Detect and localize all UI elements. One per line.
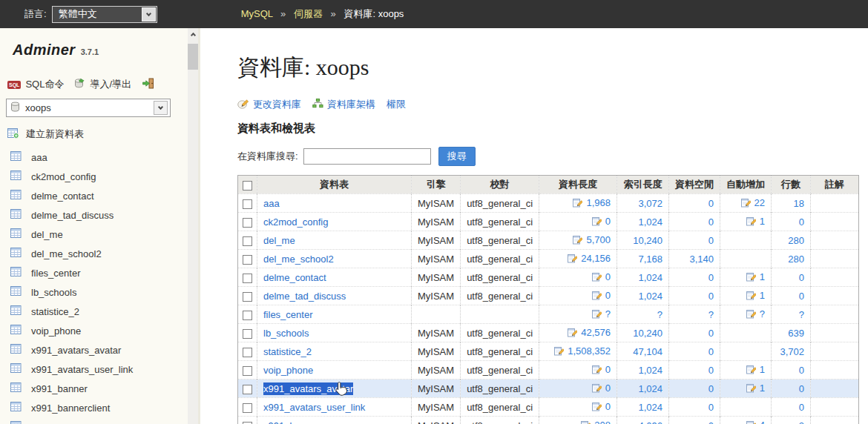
row-checkbox[interactable]: [243, 236, 252, 246]
sidebar-item-table[interactable]: delme_tad_discuss: [0, 205, 198, 225]
row-count-link[interactable]: 0: [799, 383, 804, 394]
table-name-link[interactable]: aaa: [263, 198, 280, 209]
row-checkbox[interactable]: [243, 274, 252, 283]
row-checkbox[interactable]: [243, 199, 252, 209]
auto-increment-link[interactable]: 1: [760, 290, 765, 301]
row-checkbox[interactable]: [243, 218, 252, 228]
table-name-link[interactable]: delme_tad_discuss: [263, 291, 346, 302]
auto-increment-link[interactable]: 1: [760, 216, 765, 227]
breadcrumb-link-server[interactable]: 伺服器: [294, 8, 323, 19]
row-count-link[interactable]: 0: [799, 291, 804, 302]
data-length-link[interactable]: 24,156: [581, 253, 611, 264]
data-free-link[interactable]: 0: [708, 198, 714, 209]
import-export-link[interactable]: 導入/導出: [74, 78, 131, 91]
table-name-link[interactable]: x991_avatars_avatar: [263, 382, 353, 395]
row-checkbox[interactable]: [243, 385, 252, 394]
row-count-link[interactable]: 0: [799, 365, 804, 376]
data-length-link[interactable]: 42,576: [581, 327, 611, 338]
table-name-link[interactable]: x991_avatars_user_link: [263, 402, 365, 413]
index-length-link[interactable]: 10,240: [633, 328, 662, 339]
sidebar-item-table[interactable]: del_me: [0, 225, 198, 244]
data-free-link[interactable]: 0: [708, 272, 714, 283]
row-count-link[interactable]: 0: [799, 402, 804, 413]
logout-button[interactable]: [142, 78, 154, 91]
data-free-link[interactable]: 0: [708, 235, 714, 246]
index-length-link[interactable]: 4,096: [638, 420, 662, 424]
data-free-link[interactable]: 0: [708, 346, 714, 357]
row-checkbox[interactable]: [243, 422, 252, 424]
table-name-link[interactable]: del_me: [263, 235, 295, 246]
index-length-link[interactable]: 7,168: [638, 254, 662, 265]
index-length-link[interactable]: 47,104: [633, 346, 662, 357]
sidebar-item-table[interactable]: delme_contact: [0, 186, 198, 205]
index-length-link[interactable]: ?: [657, 309, 662, 320]
sidebar-item-table[interactable]: x991_avatars_avatar: [0, 340, 198, 360]
row-count-link[interactable]: 280: [788, 254, 804, 265]
table-name-link[interactable]: delme_contact: [263, 272, 326, 283]
data-length-link[interactable]: 0: [605, 216, 611, 227]
auto-increment-link[interactable]: 22: [754, 197, 765, 208]
auto-increment-link[interactable]: 1: [760, 271, 765, 282]
sidebar-item-table[interactable]: x991_block_module_link: [0, 417, 198, 424]
table-name-link[interactable]: voip_phone: [263, 365, 313, 376]
index-length-link[interactable]: 10,240: [633, 235, 662, 246]
data-length-link[interactable]: ?: [605, 308, 611, 319]
table-name-link[interactable]: x991_banner: [263, 420, 320, 424]
data-length-link[interactable]: 0: [605, 382, 611, 394]
data-free-link[interactable]: 0: [708, 328, 714, 339]
action-link[interactable]: 資料庫架構: [312, 98, 375, 111]
auto-increment-link[interactable]: 4: [760, 420, 765, 424]
action-link[interactable]: 權限: [387, 98, 406, 111]
row-count-link[interactable]: 280: [788, 235, 804, 246]
sidebar-item-table[interactable]: ck2mod_config: [0, 167, 198, 186]
row-count-link[interactable]: 3,702: [780, 346, 804, 357]
index-length-link[interactable]: 1,024: [638, 272, 662, 283]
index-length-link[interactable]: 1,024: [638, 383, 662, 394]
data-length-link[interactable]: 5,700: [586, 234, 611, 245]
data-free-link[interactable]: 0: [708, 383, 714, 394]
breadcrumb-link-mysql[interactable]: MySQL: [241, 8, 273, 19]
row-checkbox[interactable]: [243, 348, 252, 357]
database-select[interactable]: xoops: [6, 99, 171, 117]
data-free-link[interactable]: 0: [708, 420, 714, 424]
row-checkbox[interactable]: [243, 292, 252, 302]
row-checkbox[interactable]: [243, 255, 252, 265]
row-checkbox[interactable]: [243, 329, 252, 339]
sidebar-item-table[interactable]: statistice_2: [0, 302, 198, 321]
index-length-link[interactable]: 1,024: [638, 291, 662, 302]
row-checkbox[interactable]: [243, 311, 252, 320]
data-length-link[interactable]: 0: [605, 290, 611, 301]
create-table-link[interactable]: 建立新資料表: [7, 127, 198, 141]
index-length-link[interactable]: 1,024: [638, 216, 662, 228]
auto-increment-link[interactable]: 1: [760, 364, 765, 375]
search-button[interactable]: 搜尋: [438, 147, 476, 166]
table-name-link[interactable]: lb_schools: [263, 328, 309, 339]
data-length-link[interactable]: 1,968: [586, 197, 611, 208]
data-free-link[interactable]: 0: [708, 216, 714, 228]
index-length-link[interactable]: 3,072: [638, 198, 662, 209]
data-free-link[interactable]: 0: [708, 402, 714, 413]
row-count-link[interactable]: ?: [799, 309, 804, 320]
data-free-link[interactable]: 3,140: [689, 254, 714, 265]
row-count-link[interactable]: 18: [794, 198, 804, 209]
action-link[interactable]: 更改資料庫: [237, 98, 301, 111]
table-name-link[interactable]: files_center: [263, 309, 312, 320]
data-length-link[interactable]: 0: [605, 401, 611, 412]
data-free-link[interactable]: 0: [708, 291, 714, 302]
sidebar-item-table[interactable]: aaa: [0, 148, 198, 167]
row-checkbox[interactable]: [243, 366, 252, 376]
sidebar-item-table[interactable]: x991_bannerclient: [0, 398, 198, 417]
row-count-link[interactable]: 639: [788, 328, 804, 339]
select-all-checkbox[interactable]: [243, 181, 252, 191]
row-checkbox[interactable]: [243, 403, 252, 413]
sidebar-item-table[interactable]: voip_phone: [0, 321, 198, 340]
sidebar-item-table[interactable]: lb_schools: [0, 282, 198, 302]
row-count-link[interactable]: 0: [799, 216, 804, 228]
row-count-link[interactable]: 0: [799, 272, 804, 283]
table-name-link[interactable]: del_me_school2: [263, 254, 334, 265]
sidebar-item-table[interactable]: del_me_school2: [0, 244, 198, 263]
sidebar-scrollbar[interactable]: [188, 28, 198, 424]
data-length-link[interactable]: 0: [605, 271, 611, 282]
data-length-link[interactable]: 308: [594, 420, 611, 424]
sidebar-item-table[interactable]: files_center: [0, 263, 198, 282]
